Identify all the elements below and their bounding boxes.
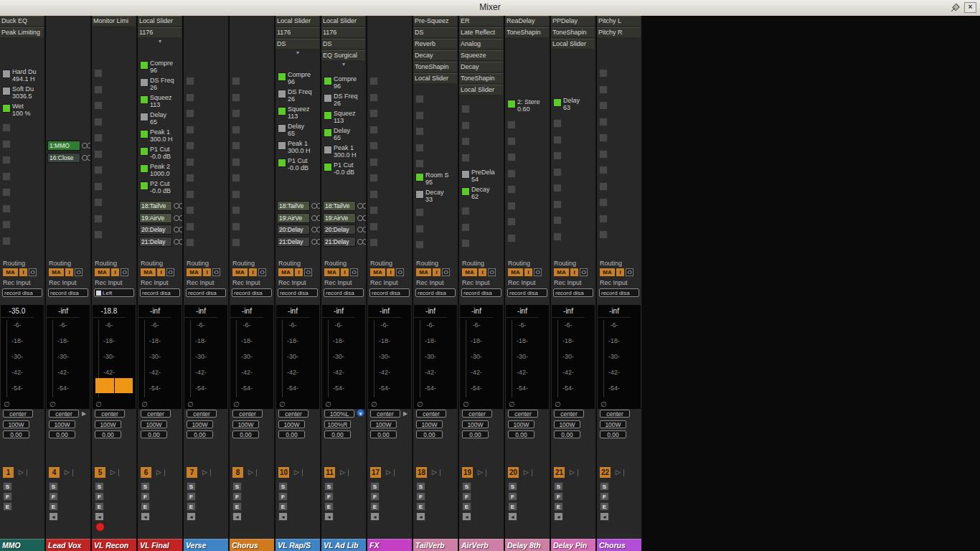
record-input-button[interactable]: record disa	[507, 288, 547, 297]
output-button[interactable]: O	[29, 268, 37, 276]
trim-control[interactable]: 0.00	[462, 430, 489, 438]
fx-insert[interactable]: ToneShapin	[551, 27, 595, 37]
pan-control[interactable]: center	[95, 410, 125, 418]
pan-control[interactable]: center	[3, 410, 33, 418]
trim-control[interactable]: 0.00	[416, 430, 443, 438]
fader-track[interactable]	[52, 320, 53, 397]
phase-icon[interactable]: ▷	[156, 468, 161, 476]
phase-icon[interactable]: ▷	[202, 468, 207, 476]
fx-parameter[interactable]: Peak 1300.0 H	[324, 145, 366, 161]
input-button[interactable]: I	[433, 268, 440, 276]
fx-dropdown-icon[interactable]: ▾	[275, 50, 320, 57]
master-send-button[interactable]: MA	[49, 268, 64, 276]
channel-number-button[interactable]: 1	[3, 467, 14, 478]
send-slot[interactable]: 18:TailVe	[139, 201, 182, 212]
output-button[interactable]: O	[212, 268, 220, 276]
record-input-button[interactable]: record disa	[553, 288, 593, 297]
channel-number-button[interactable]: 18	[416, 467, 427, 478]
fx-parameter[interactable]: P1 Cut-0.0 dB	[140, 146, 182, 163]
fx-insert[interactable]: Local Slider	[275, 16, 319, 26]
send-pan-knob-icon[interactable]	[179, 239, 183, 245]
speaker-mute-button[interactable]: ◄	[49, 512, 58, 521]
fx-insert[interactable]: DS	[275, 39, 319, 49]
fader-value[interactable]: -inf	[230, 305, 263, 318]
mono-button[interactable]: ∅	[555, 400, 561, 408]
channel-number-button[interactable]: 5	[95, 467, 105, 478]
track-name-label[interactable]: Lead Vox	[46, 539, 90, 551]
trim-control[interactable]: 0.00	[554, 430, 580, 438]
output-button[interactable]: O	[442, 268, 450, 276]
width-control[interactable]: 100W	[554, 420, 580, 428]
fx-insert[interactable]: Decay	[413, 50, 457, 60]
pan-mode-arrow-icon[interactable]: ▶	[403, 410, 407, 417]
channel-s-button[interactable]: S	[554, 482, 563, 491]
channel-e-button[interactable]: E	[49, 502, 58, 511]
mono-button[interactable]: ∅	[509, 400, 515, 408]
channel-number-button[interactable]: 6	[141, 467, 151, 478]
input-button[interactable]: I	[203, 268, 211, 276]
channel-f-button[interactable]: F	[508, 492, 517, 501]
fader-track[interactable]	[603, 320, 604, 397]
input-button[interactable]: I	[19, 268, 27, 276]
fx-parameter[interactable]: Decay62	[461, 187, 504, 203]
channel-e-button[interactable]: E	[370, 502, 380, 511]
send-slot[interactable]: 21:Delay	[323, 237, 366, 248]
channel-f-button[interactable]: F	[462, 492, 471, 501]
master-send-button[interactable]: MA	[370, 268, 385, 276]
track-name-label[interactable]: Chorus	[230, 539, 274, 551]
channel-f-button[interactable]: F	[95, 492, 104, 501]
send-slot[interactable]: 20:Delay	[323, 225, 366, 235]
channel-s-button[interactable]: S	[508, 482, 517, 491]
trim-control[interactable]: 0.00	[324, 430, 351, 438]
master-send-button[interactable]: MA	[600, 268, 615, 276]
fx-insert[interactable]: ToneShapin	[459, 73, 503, 83]
channel-e-button[interactable]: E	[278, 502, 288, 511]
speaker-mute-button[interactable]: ◄	[278, 512, 288, 521]
phase-icon[interactable]: ▷	[294, 468, 299, 476]
fx-insert[interactable]: 1176	[138, 27, 182, 37]
fx-parameter[interactable]: P1 Cut-0.0 dB	[278, 158, 320, 174]
fx-parameter[interactable]: Delay65	[278, 123, 320, 140]
speaker-mute-button[interactable]: ◄	[416, 512, 425, 521]
fader-value[interactable]: -35.0	[1, 305, 34, 318]
width-control[interactable]: 100W	[3, 420, 29, 428]
channel-s-button[interactable]: S	[187, 482, 196, 491]
fx-insert[interactable]: Pre-Squeez	[413, 16, 457, 26]
pan-knob-icon[interactable]: ▾	[357, 409, 364, 417]
fx-parameter[interactable]: Squeez113	[140, 95, 182, 111]
mono-button[interactable]: ∅	[463, 400, 469, 408]
track-name-label[interactable]: VL Final	[138, 539, 182, 551]
track-name-label[interactable]: Delay 8th	[505, 539, 550, 551]
send-slot[interactable]: 19:AirVe	[139, 213, 182, 224]
send-slot[interactable]: 20:Delay	[277, 225, 320, 235]
pan-control[interactable]: center	[141, 410, 171, 418]
fader-value[interactable]: -inf	[368, 305, 401, 318]
mono-button[interactable]: ∅	[325, 400, 331, 408]
channel-e-button[interactable]: E	[141, 502, 150, 511]
fx-insert[interactable]: Monitor Limi	[92, 16, 136, 26]
fader-track[interactable]	[282, 320, 283, 397]
fader-value[interactable]: -inf	[138, 305, 171, 318]
input-button[interactable]: I	[341, 268, 349, 276]
record-input-button[interactable]: record disa	[278, 288, 318, 297]
fx-insert[interactable]: Duck EQ	[0, 16, 44, 26]
input-button[interactable]: I	[157, 268, 165, 276]
width-control[interactable]: 100W	[416, 420, 443, 428]
send-pan-knob-icon[interactable]	[87, 155, 91, 161]
width-control[interactable]: 100W	[141, 420, 167, 428]
master-send-button[interactable]: MA	[95, 268, 110, 276]
width-control[interactable]: 100W	[370, 420, 397, 428]
fx-parameter[interactable]: 2: Stere0.60	[507, 99, 550, 116]
fader-value[interactable]: -inf	[414, 305, 447, 318]
pan-control[interactable]: center	[370, 410, 400, 418]
channel-number-button[interactable]: 7	[187, 467, 197, 478]
mono-button[interactable]: ∅	[233, 400, 240, 408]
output-button[interactable]: O	[304, 268, 312, 276]
send-slot[interactable]: 16:Close	[47, 153, 90, 164]
send-slot[interactable]: 21:Delay	[139, 237, 182, 248]
record-input-button[interactable]: record disa	[186, 288, 226, 297]
fx-parameter[interactable]: Compre96	[140, 60, 182, 77]
speaker-mute-button[interactable]: ◄	[95, 512, 104, 521]
fx-insert[interactable]: Pitchy L	[597, 16, 641, 26]
send-pan-knob-icon[interactable]	[87, 143, 91, 149]
